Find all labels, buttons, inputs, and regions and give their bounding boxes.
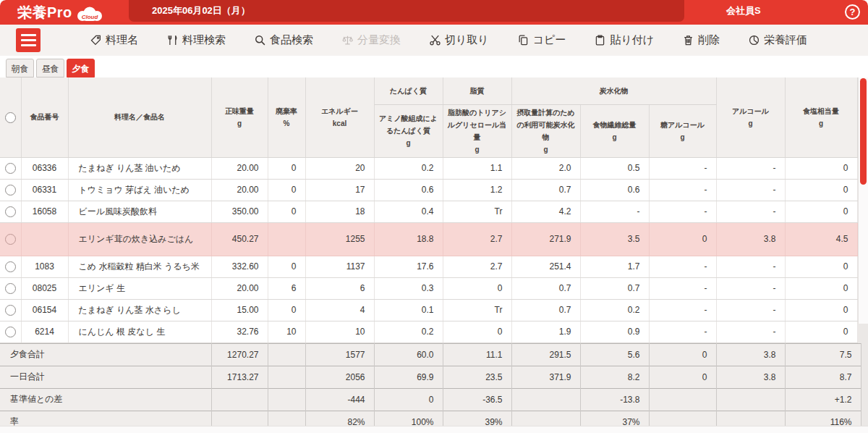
cloud-icon: Cloud bbox=[75, 6, 105, 23]
horizontal-scrollbar[interactable] bbox=[0, 426, 868, 433]
summary-carbohydrate: 291.5 bbox=[511, 343, 580, 366]
pie-chart-icon bbox=[748, 34, 760, 46]
toolbar-item-nutrition-eval[interactable]: 栄養評価 bbox=[748, 33, 807, 47]
toolbar-item-paste[interactable]: 貼り付け bbox=[594, 33, 654, 47]
toolbar-item-cut[interactable]: 切り取り bbox=[429, 33, 489, 47]
toolbar-item-food-search[interactable]: 食品検索 bbox=[254, 33, 313, 47]
toolbar-item-delete[interactable]: 削除 bbox=[682, 33, 720, 47]
sugar-alcohol-value: - bbox=[649, 321, 716, 342]
row-select-cell bbox=[0, 179, 21, 201]
toolbar-item-label: 分量変換 bbox=[357, 33, 401, 47]
row-select-cell bbox=[0, 299, 21, 321]
summary-waste-rate bbox=[268, 343, 305, 366]
food-code: 08025 bbox=[21, 277, 68, 299]
summary-protein: 60.0 bbox=[374, 343, 443, 366]
carbohydrate-value: 271.9 bbox=[511, 222, 580, 256]
row-select-radio[interactable] bbox=[5, 234, 16, 245]
tab-breakfast[interactable]: 朝食 bbox=[6, 59, 34, 77]
row-select-radio[interactable] bbox=[5, 185, 16, 196]
waste-rate-value: 0 bbox=[268, 157, 305, 179]
cutlery-icon bbox=[166, 34, 179, 46]
table-row[interactable]: 16058 ビール風味炭酸飲料 350.00 0 18 0.4 Tr 4.2 -… bbox=[0, 201, 857, 222]
table-row[interactable]: 06331 トウミョウ 芽ばえ 油いため 20.00 0 17 0.6 1.2 … bbox=[0, 179, 857, 201]
dish-food-name: エリンギ 生 bbox=[68, 277, 211, 299]
fiber-value: 0.9 bbox=[580, 321, 649, 342]
col-food-code: 食品番号 bbox=[21, 77, 68, 157]
summary-alcohol: 3.8 bbox=[716, 366, 785, 388]
toolbar-item-copy[interactable]: コピー bbox=[517, 33, 566, 47]
energy-value: 20 bbox=[305, 157, 374, 179]
col-dish-food-name: 料理名／食品名 bbox=[68, 77, 211, 157]
row-select-radio[interactable] bbox=[5, 261, 16, 272]
summary-row: 基準値との差 -444 0 -36.5 -13.8 +1.2 bbox=[0, 388, 861, 411]
alcohol-value: - bbox=[716, 299, 785, 321]
summary-waste-rate bbox=[268, 388, 305, 411]
summary-salt-equivalent: 7.5 bbox=[785, 343, 861, 366]
toolbar-item-dish-name[interactable]: 料理名 bbox=[90, 33, 138, 47]
row-select-radio[interactable] bbox=[5, 163, 16, 174]
table-row[interactable]: 06154 たまねぎ りん茎 水さらし 15.00 0 4 0.1 Tr 0.7… bbox=[0, 299, 857, 321]
fiber-value: - bbox=[580, 201, 649, 222]
date-display[interactable]: 2025年06月02日（月） bbox=[129, 0, 684, 22]
energy-value: 6 bbox=[305, 277, 374, 299]
fat-value: 0 bbox=[443, 277, 511, 299]
alcohol-value: - bbox=[716, 256, 785, 277]
protein-value: 18.8 bbox=[374, 222, 443, 256]
waste-rate-value: 0 bbox=[268, 179, 305, 201]
table-row[interactable]: 1083 こめ 水稲穀粒 精白米 うるち米 332.60 0 1137 17.6… bbox=[0, 256, 857, 277]
carbohydrate-value: 0.7 bbox=[511, 179, 580, 201]
protein-value: 0.2 bbox=[374, 157, 443, 179]
waste-rate-value: 6 bbox=[268, 277, 305, 299]
row-select-radio[interactable] bbox=[5, 206, 16, 217]
fiber-value: 0.2 bbox=[580, 299, 649, 321]
col-energy: エネルギーkcal bbox=[305, 77, 374, 157]
row-select-cell bbox=[0, 256, 21, 277]
col-alcohol: アルコールg bbox=[716, 77, 785, 157]
col-waste-rate: 廃棄率% bbox=[268, 77, 305, 157]
energy-value: 1137 bbox=[305, 256, 374, 277]
table-row[interactable]: 08025 エリンギ 生 20.00 6 6 0.3 0 0.7 0.7 - -… bbox=[0, 277, 857, 299]
fiber-value: 1.7 bbox=[580, 256, 649, 277]
fiber-value: 3.5 bbox=[580, 222, 649, 256]
net-weight-value: 20.00 bbox=[211, 179, 268, 201]
toolbar: 料理名 料理検索 食品検索 分量変換 切り取り コピー 貼り付け 削除 栄養評価 bbox=[0, 25, 868, 56]
row-select-cell bbox=[0, 201, 21, 222]
col-net-weight: 正味重量g bbox=[211, 77, 268, 157]
meal-tabs-row: 朝食昼食夕食 bbox=[0, 56, 868, 77]
table-row[interactable]: エリンギ茸の炊き込みごはん 450.27 1255 18.8 2.7 271.9… bbox=[0, 222, 857, 256]
salt-equivalent-value: 0 bbox=[785, 179, 857, 201]
menu-button[interactable] bbox=[16, 28, 41, 52]
net-weight-value: 20.00 bbox=[211, 277, 268, 299]
vertical-scrollbar[interactable] bbox=[858, 77, 868, 324]
help-button[interactable]: ? bbox=[845, 4, 860, 20]
salt-equivalent-value: 0 bbox=[785, 299, 857, 321]
row-select-radio[interactable] bbox=[5, 283, 16, 294]
summary-alcohol: 3.8 bbox=[716, 343, 785, 366]
summary-salt-equivalent: +1.2 bbox=[785, 388, 861, 411]
alcohol-value: - bbox=[716, 201, 785, 222]
net-weight-value: 450.27 bbox=[211, 222, 268, 256]
toolbar-menu: 料理名 料理検索 食品検索 分量変換 切り取り コピー 貼り付け 削除 栄養評価 bbox=[90, 33, 807, 47]
summary-alcohol bbox=[716, 388, 785, 411]
salt-equivalent-value: 0 bbox=[785, 256, 857, 277]
tab-dinner[interactable]: 夕食 bbox=[67, 59, 95, 77]
search-icon bbox=[254, 34, 266, 46]
energy-value: 17 bbox=[305, 179, 374, 201]
sugar-alcohol-value: - bbox=[649, 179, 716, 201]
vertical-scrollbar-thumb[interactable] bbox=[860, 78, 867, 185]
sugar-alcohol-value: - bbox=[649, 201, 716, 222]
summary-carbohydrate: 371.9 bbox=[511, 366, 580, 388]
toolbar-item-dish-search[interactable]: 料理検索 bbox=[166, 33, 226, 47]
table-row[interactable]: 06336 たまねぎ りん茎 油いため 20.00 0 20 0.2 1.1 2… bbox=[0, 157, 857, 179]
row-select-radio[interactable] bbox=[5, 305, 16, 316]
summary-net-weight bbox=[211, 388, 268, 411]
protein-value: 0.3 bbox=[374, 277, 443, 299]
row-select-radio[interactable] bbox=[5, 327, 16, 337]
select-all-radio[interactable] bbox=[5, 112, 16, 123]
tab-lunch[interactable]: 昼食 bbox=[36, 59, 64, 77]
dish-food-name: たまねぎ りん茎 油いため bbox=[68, 157, 211, 179]
summary-fat: 11.1 bbox=[443, 343, 511, 366]
user-name[interactable]: 会社員S bbox=[726, 0, 761, 22]
table-row[interactable]: 6214 にんじん 根 皮なし 生 32.76 10 10 0.2 0 1.9 … bbox=[0, 321, 857, 342]
toolbar-item-label: 料理検索 bbox=[182, 33, 226, 47]
